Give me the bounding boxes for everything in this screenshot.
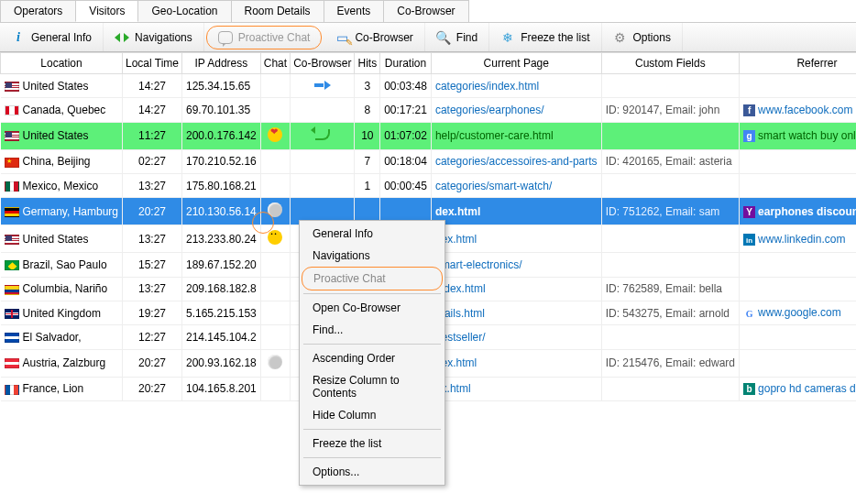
options-button[interactable]: ⚙Options: [602, 23, 683, 51]
cell-chat: [260, 253, 290, 277]
cobrowser-button[interactable]: ▭Co-Browser: [324, 23, 424, 51]
cell-chat: [260, 98, 290, 122]
cell-chat: [260, 122, 290, 149]
col-current-page[interactable]: Current Page: [431, 53, 601, 74]
tab-room-details[interactable]: Room Details: [231, 0, 324, 22]
menu-find[interactable]: Find...: [302, 319, 443, 341]
menu-resize-column[interactable]: Resize Column to Contents: [302, 369, 443, 404]
cell-referrer: www.google.com: [740, 301, 856, 324]
chat-status-icon: [268, 127, 282, 142]
cell-ip: 209.168.182.8: [182, 277, 261, 301]
table-row[interactable]: United States14:27125.34.15.65300:03:48c…: [1, 74, 857, 98]
referrer-link[interactable]: earphones discount: [758, 205, 856, 218]
flag-icon: [5, 158, 19, 168]
cobrowser-arrow-icon: [315, 129, 330, 140]
table-row[interactable]: Canada, Quebec14:2769.70.101.35800:17:21…: [1, 98, 857, 122]
cell-custom: [601, 325, 739, 349]
referrer-link[interactable]: www.google.com: [758, 306, 841, 319]
cell-referrer: [740, 325, 856, 349]
cell-page: dex.html: [431, 225, 601, 253]
cell-page: bestseller/: [431, 325, 601, 349]
page-link[interactable]: categories/index.html: [435, 80, 539, 93]
col-chat[interactable]: Chat: [260, 53, 290, 74]
cell-location: China, Beijing: [1, 149, 123, 173]
cell-custom: ID: 751262, Email: sam: [601, 198, 739, 225]
cell-location: El Salvador,: [1, 325, 123, 349]
referrer-link[interactable]: www.facebook.com: [758, 104, 852, 116]
cell-page: dex.html: [431, 198, 601, 225]
menu-open-cobrowser[interactable]: Open Co-Browser: [302, 297, 443, 319]
col-cobrowser[interactable]: Co-Browser: [291, 53, 355, 74]
page-link[interactable]: categories/earphones/: [435, 104, 544, 116]
cell-location: Columbia, Nariño: [1, 277, 123, 301]
cell-duration: 00:18:04: [380, 149, 432, 173]
tab-events[interactable]: Events: [324, 0, 385, 22]
col-ip[interactable]: IP Address: [182, 53, 261, 74]
main-tabs: Operators Visitors Geo-Location Room Det…: [0, 0, 856, 23]
referrer-link[interactable]: www.linkedin.com: [758, 233, 845, 246]
proactive-chat-button[interactable]: Proactive Chat: [206, 26, 323, 49]
cell-referrer: www.facebook.com: [740, 98, 856, 122]
cell-location: Brazil, Sao Paulo: [1, 253, 123, 277]
navigations-button[interactable]: Navigations: [104, 23, 204, 51]
table-row[interactable]: United States11:27200.0.176.1421001:07:0…: [1, 122, 857, 149]
table-row[interactable]: China, Beijing02:27170.210.52.16700:18:0…: [1, 149, 857, 173]
menu-hide-column[interactable]: Hide Column: [302, 404, 443, 426]
menu-separator: [303, 293, 441, 294]
cell-cobrowser: [291, 122, 355, 149]
cell-ip: 210.130.56.14: [182, 198, 261, 225]
col-local-time[interactable]: Local Time: [122, 53, 181, 74]
cell-custom: ID: 215476, Email: edward: [601, 349, 739, 377]
tab-geolocation[interactable]: Geo-Location: [137, 0, 231, 22]
flag-icon: [5, 333, 19, 343]
col-hits[interactable]: Hits: [355, 53, 380, 74]
col-duration[interactable]: Duration: [380, 53, 432, 74]
flag-icon: [5, 358, 19, 368]
menu-options[interactable]: Options...: [302, 461, 443, 483]
cell-chat: [260, 277, 290, 301]
flag-icon: [5, 385, 19, 395]
menu-separator: [303, 457, 441, 458]
cell-page: dex.html: [431, 349, 601, 377]
general-info-button[interactable]: iGeneral Info: [0, 23, 104, 51]
cell-chat: [260, 377, 290, 400]
cell-duration: 00:17:21: [380, 98, 432, 122]
menu-navigations[interactable]: Navigations: [302, 245, 443, 267]
cobrowser-icon: ▭: [335, 30, 349, 45]
page-link[interactable]: dex.html: [435, 205, 480, 218]
flag-icon: [5, 260, 19, 270]
col-custom-fields[interactable]: Custom Fields: [601, 53, 739, 74]
cell-page: categories/smart-watch/: [431, 173, 601, 197]
page-link[interactable]: smart-electronics/: [435, 258, 522, 271]
menu-proactive-chat[interactable]: Proactive Chat: [302, 267, 443, 290]
tab-operators[interactable]: Operators: [0, 0, 76, 22]
freeze-button[interactable]: ❄Freeze the list: [489, 23, 601, 51]
cell-chat: [260, 325, 290, 349]
cell-hits: 8: [355, 98, 380, 122]
cell-chat: [260, 149, 290, 173]
cell-time: 20:27: [122, 377, 181, 400]
menu-general-info[interactable]: General Info: [302, 223, 443, 245]
cell-cobrowser: [291, 98, 355, 122]
gear-icon: ⚙: [613, 30, 628, 45]
menu-ascending-order[interactable]: Ascending Order: [302, 347, 443, 369]
tab-visitors[interactable]: Visitors: [75, 0, 138, 22]
table-row[interactable]: Mexico, Mexico13:27175.80.168.21100:00:4…: [1, 173, 857, 197]
menu-separator: [303, 429, 441, 430]
tab-cobrowser[interactable]: Co-Browser: [383, 0, 468, 22]
menu-freeze-list[interactable]: Freeze the list: [302, 433, 443, 455]
cobrowser-arrow-icon: [314, 81, 331, 90]
referrer-icon: [743, 234, 755, 246]
page-link[interactable]: help/customer-care.html: [435, 129, 554, 142]
cell-custom: [601, 122, 739, 149]
cell-duration: 00:00:45: [380, 173, 432, 197]
page-link[interactable]: categories/accessoires-and-parts: [435, 155, 598, 168]
cell-hits: 10: [355, 122, 380, 149]
info-icon: i: [11, 30, 26, 45]
col-location[interactable]: Location: [1, 53, 123, 74]
find-button[interactable]: 🔍Find: [425, 23, 489, 51]
referrer-link[interactable]: gopro hd cameras discount: [758, 382, 856, 395]
col-referrer[interactable]: Referrer: [740, 53, 856, 74]
referrer-link[interactable]: smart watch buy online: [758, 129, 856, 142]
page-link[interactable]: categories/smart-watch/: [435, 180, 552, 192]
